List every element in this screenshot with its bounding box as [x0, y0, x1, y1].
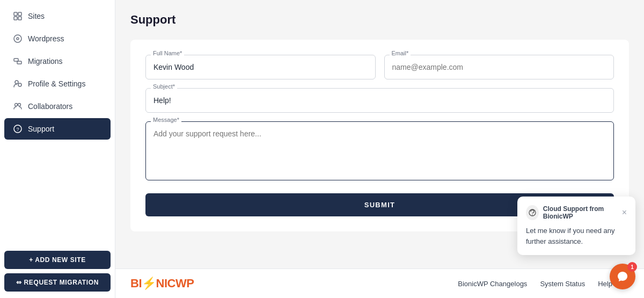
footer-link-changelogs[interactable]: BionicWP Changelogs: [458, 280, 527, 288]
form-row-subject: Subject*: [145, 88, 614, 113]
email-label: Email*: [390, 50, 411, 56]
message-label: Message*: [151, 117, 181, 123]
svg-point-9: [18, 83, 21, 86]
message-field: Message*: [145, 121, 614, 183]
sites-icon: [13, 11, 23, 21]
svg-point-10: [15, 104, 18, 106]
sidebar-nav: Sites Wordpress Migrations: [0, 0, 115, 244]
support-icon: ?: [13, 124, 23, 134]
sidebar-item-profile-settings[interactable]: Profile & Settings: [4, 73, 111, 95]
chat-brand: Cloud Support from BionicWP: [526, 205, 622, 220]
full-name-field: Full Name*: [145, 55, 376, 79]
full-name-input[interactable]: [145, 55, 376, 79]
chat-popup-header: Cloud Support from BionicWP ×: [526, 205, 627, 220]
sidebar-item-support[interactable]: ? Support: [4, 118, 111, 140]
profile-icon: [13, 79, 23, 89]
wordpress-icon: [13, 34, 23, 43]
footer-logo-nicwp: NICWP: [156, 277, 194, 290]
chat-badge: 1: [627, 262, 637, 272]
footer-link-status[interactable]: System Status: [540, 280, 585, 288]
sidebar-item-wordpress-label: Wordpress: [28, 34, 64, 43]
form-row-name-email: Full Name* Email*: [145, 55, 614, 79]
email-input[interactable]: [384, 55, 614, 79]
chat-popup-message: Let me know if you need any further assi…: [526, 226, 627, 246]
collaborators-icon: [13, 101, 23, 111]
chat-close-button[interactable]: ×: [622, 208, 627, 217]
sidebar: Sites Wordpress Migrations: [0, 0, 115, 298]
subject-input[interactable]: [145, 88, 614, 113]
sidebar-item-wordpress[interactable]: Wordpress: [4, 28, 111, 49]
footer-logo-icon: ⚡: [142, 277, 156, 290]
sidebar-item-collaborators[interactable]: Collaborators: [4, 96, 111, 117]
message-textarea[interactable]: [145, 121, 614, 180]
sidebar-item-collaborators-label: Collaborators: [28, 102, 72, 111]
sidebar-item-sites-label: Sites: [28, 12, 45, 20]
add-new-site-button[interactable]: + ADD NEW SITE: [4, 251, 111, 269]
email-field: Email*: [384, 55, 614, 79]
form-row-message: Message*: [145, 121, 614, 183]
footer-logo-bionic: BI: [130, 277, 142, 290]
migrations-icon: [13, 56, 23, 66]
svg-point-15: [532, 214, 533, 215]
sidebar-item-support-label: Support: [28, 125, 54, 133]
page-footer: BI⚡NICWP BionicWP Changelogs System Stat…: [115, 268, 644, 298]
svg-point-4: [14, 35, 21, 42]
svg-point-11: [18, 104, 21, 106]
sidebar-item-migrations[interactable]: Migrations: [4, 50, 111, 72]
chat-popup: Cloud Support from BionicWP × Let me kno…: [517, 197, 635, 255]
svg-text:?: ?: [16, 127, 19, 132]
page-title: Support: [130, 13, 629, 27]
svg-rect-6: [14, 59, 18, 61]
footer-links: BionicWP Changelogs System Status Help d…: [458, 280, 629, 288]
sidebar-bottom: + ADD NEW SITE ⇔ REQUEST MIGRATION: [0, 244, 115, 298]
sidebar-item-sites[interactable]: Sites: [4, 5, 111, 27]
request-migration-button[interactable]: ⇔ REQUEST MIGRATION: [4, 273, 111, 292]
svg-rect-1: [18, 12, 21, 16]
subject-label: Subject*: [151, 83, 177, 90]
sidebar-item-migrations-label: Migrations: [28, 57, 63, 66]
chat-bubble-button[interactable]: 1: [610, 264, 635, 289]
svg-point-8: [15, 81, 18, 84]
footer-logo: BI⚡NICWP: [130, 277, 194, 290]
svg-rect-3: [18, 17, 21, 20]
full-name-label: Full Name*: [151, 50, 184, 56]
subject-field: Subject*: [145, 88, 614, 113]
svg-rect-2: [14, 17, 17, 20]
svg-rect-7: [17, 61, 21, 64]
svg-rect-0: [14, 12, 17, 16]
chat-brand-label: Cloud Support from BionicWP: [543, 205, 622, 220]
svg-point-5: [17, 38, 19, 40]
chat-brand-icon: [526, 205, 539, 220]
sidebar-item-profile-settings-label: Profile & Settings: [28, 79, 85, 88]
chat-bubble-icon: [617, 271, 628, 282]
